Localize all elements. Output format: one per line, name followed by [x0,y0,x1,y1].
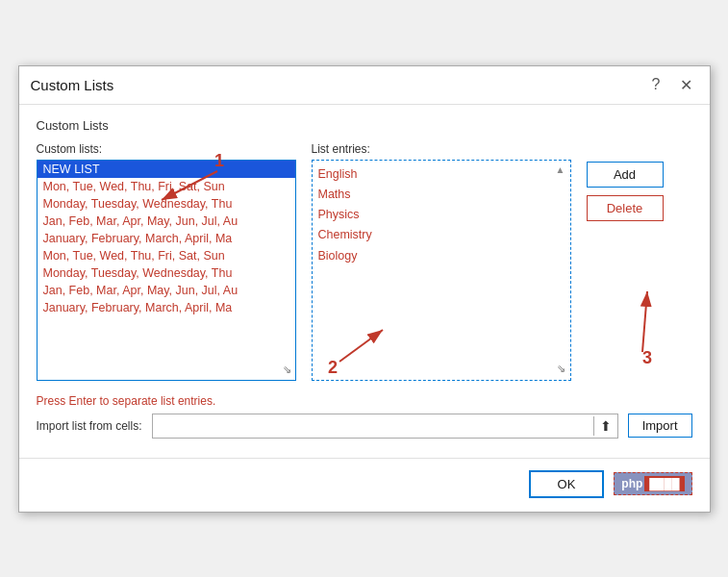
entries-box-wrap: ▲ English Maths Physics Chemistry Biolog… [312,160,571,381]
entries-scroll-arrow: ⇘ [557,363,565,375]
main-content-area: 1 2 3 Custom lists: NEW LIST Mon, Tue, W… [37,142,692,381]
list-item-new-list[interactable]: NEW LIST [38,161,295,178]
import-button[interactable]: Import [628,414,692,438]
php-extra: ████ [644,476,684,491]
close-button[interactable]: ✕ [674,74,698,96]
add-button[interactable]: Add [587,162,664,188]
ok-button[interactable]: OK [529,470,605,498]
entries-scroll-up[interactable]: ▲ [556,164,565,175]
list-item-5[interactable]: Monday, Tuesday, Wednesday, Thu [38,264,295,282]
footer: OK php ████ [19,458,710,512]
listbox-scroll-arrow: ⇘ [283,364,291,376]
help-button[interactable]: ? [646,74,666,95]
list-item-7[interactable]: January, February, March, April, Ma [38,299,295,316]
import-input-wrap: ⬆ [152,414,618,439]
custom-lists-column: Custom lists: NEW LIST Mon, Tue, Wed, Th… [37,142,296,381]
custom-lists-dialog: Custom Lists ? ✕ Custom Lists 1 2 [18,65,711,513]
title-bar-buttons: ? ✕ [646,74,698,96]
import-row: Import list from cells: ⬆ Import [37,414,692,439]
action-buttons-column: Add Delete [587,142,664,221]
import-label: Import list from cells: [37,419,142,433]
entry-physics: Physics [318,205,565,225]
custom-lists-listbox[interactable]: NEW LIST Mon, Tue, Wed, Thu, Fri, Sat, S… [37,160,296,381]
list-entries-label: List entries: [312,142,571,156]
dialog-title: Custom Lists [31,77,114,93]
section-label: Custom Lists [37,118,692,133]
list-item-6[interactable]: Jan, Feb, Mar, Apr, May, Jun, Jul, Au [38,282,295,299]
entry-biology: Biology [318,246,565,266]
delete-button[interactable]: Delete [587,195,664,221]
hint-text: Press Enter to separate list entries. [37,394,692,408]
custom-lists-label: Custom lists: [37,142,296,156]
lists-row: Custom lists: NEW LIST Mon, Tue, Wed, Th… [37,142,692,381]
php-badge: php ████ [614,472,691,495]
list-item-3[interactable]: January, February, March, April, Ma [38,230,295,247]
title-bar: Custom Lists ? ✕ [19,66,710,105]
list-item-1[interactable]: Monday, Tuesday, Wednesday, Thu [38,195,295,213]
list-item-4[interactable]: Mon, Tue, Wed, Thu, Fri, Sat, Sun [38,247,295,264]
list-entries-column: List entries: ▲ English Maths Physics Ch… [312,142,571,381]
custom-lists-listbox-wrap: NEW LIST Mon, Tue, Wed, Thu, Fri, Sat, S… [37,160,296,381]
entry-maths: Maths [318,185,565,205]
list-entries-box[interactable]: ▲ English Maths Physics Chemistry Biolog… [312,160,571,381]
entry-chemistry: Chemistry [318,225,565,245]
list-item-2[interactable]: Jan, Feb, Mar, Apr, May, Jun, Jul, Au [38,213,295,230]
php-text: php [621,477,642,490]
import-upload-button[interactable]: ⬆ [593,416,617,436]
dialog-body: Custom Lists 1 2 3 [19,105,710,454]
entries-inner: English Maths Physics Chemistry Biology [318,164,565,266]
list-item-0[interactable]: Mon, Tue, Wed, Thu, Fri, Sat, Sun [38,178,295,195]
entry-english: English [318,164,565,185]
import-input[interactable] [153,419,593,433]
